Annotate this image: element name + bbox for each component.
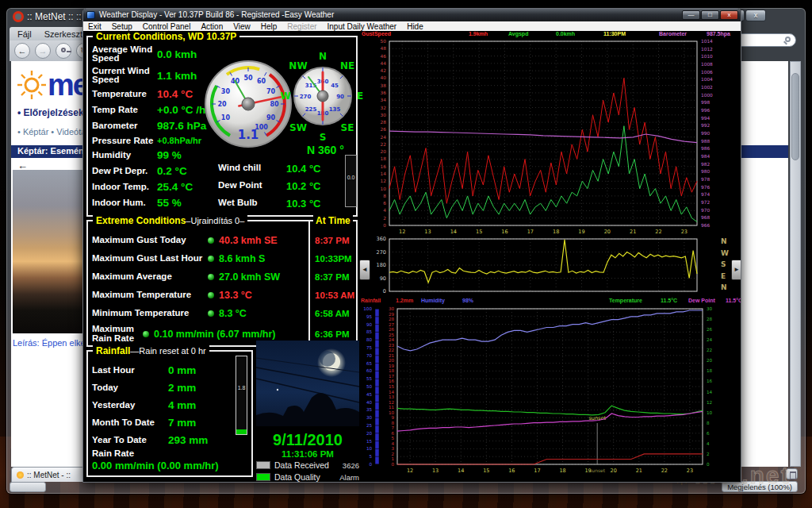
svg-text:22: 22 (389, 348, 394, 352)
extreme-label: Maximum Temperature (92, 291, 208, 300)
rainfall-row: Last Hour0 mm (92, 361, 232, 379)
nav-links-secondary[interactable]: • Képtár • Videótár (17, 127, 89, 137)
svg-text:974: 974 (701, 192, 710, 197)
extreme-label: Maximum Rain Rate (92, 325, 143, 343)
svg-text:135: 135 (329, 106, 341, 113)
svg-text:1010: 1010 (701, 54, 713, 59)
svg-text:13: 13 (389, 394, 395, 399)
condition-label: Wind chill (218, 163, 286, 175)
opera-search-input[interactable] (733, 33, 796, 47)
extreme-time: 10:53 AM (315, 286, 356, 304)
side-mini-gauge: 0.0 (345, 155, 357, 207)
weather-menu-item[interactable]: Control Panel (143, 22, 191, 31)
condition-value: 10.4 °C (157, 88, 193, 100)
svg-text:30: 30 (366, 415, 373, 420)
svg-text:982: 982 (701, 162, 710, 167)
svg-text:13: 13 (424, 229, 431, 235)
svg-text:38: 38 (381, 83, 387, 88)
svg-text:N: N (721, 237, 727, 245)
condition-value: 0.2 °C (157, 165, 187, 177)
svg-text:90: 90 (366, 322, 373, 327)
svg-text:30: 30 (707, 306, 713, 311)
scroll-right-button[interactable]: ► (731, 260, 741, 280)
trash-icon[interactable] (786, 468, 798, 479)
svg-text:22: 22 (661, 468, 668, 474)
packet-counter: 3626 (343, 461, 359, 470)
chart-legend-item: Dew Point (688, 298, 715, 303)
rainfall-value: 2 mm (168, 382, 196, 394)
svg-text:19: 19 (578, 229, 584, 235)
svg-text:23: 23 (687, 468, 693, 474)
svg-text:90: 90 (336, 94, 344, 100)
svg-text:14: 14 (707, 390, 713, 394)
condition-value: 25.4 °C (157, 181, 193, 193)
weather-menu-item[interactable]: Register (287, 22, 316, 31)
scroll-left-button[interactable]: ◄ (359, 260, 370, 280)
forward-button[interactable]: → (35, 43, 51, 59)
status-led-icon (208, 310, 214, 317)
alarm-status: Alarm (339, 473, 359, 482)
weather-menu-bar: ExitSetupControl PanelActionViewHelpRegi… (83, 21, 741, 31)
svg-text:20: 20 (366, 431, 373, 436)
condition-label: Indoor Hum. (92, 198, 157, 207)
tab-metnet[interactable]: :: MetNet - :: (11, 467, 86, 482)
data-received-indicator (256, 461, 270, 469)
svg-text:10: 10 (381, 187, 387, 191)
svg-text:16: 16 (501, 229, 508, 235)
zoom-control-button[interactable]: Megjelenés (100%) (722, 481, 798, 492)
weather-menu-item[interactable]: Action (201, 22, 223, 31)
svg-text:8: 8 (391, 421, 394, 425)
svg-text:40: 40 (366, 400, 373, 405)
extreme-label: Minimum Temperature (92, 309, 208, 318)
svg-text:984: 984 (701, 154, 710, 159)
key-button[interactable] (56, 43, 71, 59)
extreme-time: 8:37 PM (315, 267, 356, 286)
svg-text:980: 980 (701, 169, 710, 174)
svg-text:44: 44 (381, 61, 387, 66)
weather-menu-item[interactable]: Exit (88, 22, 102, 31)
opera-logo-icon (13, 11, 24, 22)
svg-text:36: 36 (381, 90, 387, 95)
weather-menu-item[interactable]: Setup (112, 22, 132, 31)
weather-close-button[interactable]: x (720, 10, 738, 20)
svg-text:20: 20 (611, 468, 617, 474)
opera-menu-item[interactable]: Fájl (17, 29, 32, 39)
back-button[interactable]: ← (14, 43, 30, 59)
svg-text:12: 12 (407, 468, 413, 474)
svg-text:1004: 1004 (701, 77, 713, 82)
rain-bar-fill (236, 429, 247, 434)
weather-menu-item[interactable]: View (233, 22, 251, 31)
chart-header-item: GustSpeed (362, 31, 391, 37)
rainfall-row: Today2 mm (92, 379, 232, 396)
svg-text:80: 80 (366, 337, 373, 342)
weather-window-title: Weather Display - Ver 10.37P Build 86 - … (99, 10, 334, 19)
scrollbar-thumb[interactable] (791, 73, 799, 160)
svg-text:12: 12 (389, 400, 394, 405)
weather-menu-item[interactable]: Help (261, 22, 278, 31)
weather-minimize-button[interactable]: — (682, 10, 700, 20)
status-bar-left-button[interactable] (10, 482, 46, 492)
weather-title-bar[interactable]: Weather Display - Ver 10.37P Build 86 - … (83, 9, 741, 21)
weather-display-window: Weather Display - Ver 10.37P Build 86 - … (82, 8, 741, 483)
extreme-row: Maximum Temperature13.3 °C (92, 286, 306, 304)
weather-menu-item[interactable]: Input Daily Weather (327, 22, 397, 31)
weather-menu-item[interactable]: Hide (407, 22, 423, 31)
rainfall-label: Month To Date (92, 418, 168, 427)
rainfall-rows: Last Hour0 mmToday2 mmYesterday4 mmMonth… (92, 361, 232, 448)
weather-app-icon (86, 11, 95, 19)
opera-close-button[interactable]: x (745, 10, 766, 21)
chart-legend-item: 1.2mm (396, 298, 413, 303)
weather-maximize-button[interactable]: □ (701, 10, 719, 20)
gallery-photo[interactable] (13, 170, 89, 333)
page-scrollbar[interactable] (790, 61, 801, 467)
svg-text:S: S (721, 260, 726, 268)
condition-label: Indoor Temp. (92, 183, 157, 191)
svg-text:5: 5 (369, 454, 372, 459)
svg-text:40: 40 (381, 75, 387, 80)
svg-text:28: 28 (381, 120, 387, 125)
svg-text:sunset: sunset (589, 468, 606, 473)
rainfall-label: Last Hour (92, 365, 168, 375)
svg-text:970: 970 (701, 208, 710, 213)
svg-text:18: 18 (553, 229, 559, 235)
webcam-time: 11:31:06 PM (256, 449, 359, 459)
